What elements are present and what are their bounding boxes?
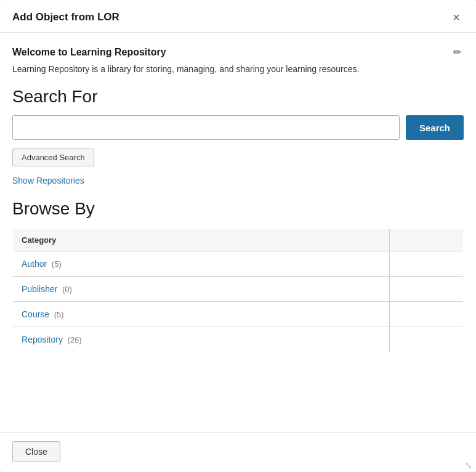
welcome-description: Learning Repository is a library for sto… (12, 63, 464, 76)
welcome-section: Welcome to Learning Repository ✏ (12, 45, 464, 59)
table-row: Publisher (0) (13, 277, 464, 302)
edit-icon-button[interactable]: ✏ (451, 45, 464, 59)
close-x-button[interactable]: × (449, 10, 464, 25)
browse-table: Category Author (5)Publisher (0)Course (… (12, 229, 464, 352)
browse-category-link[interactable]: Repository (22, 335, 63, 344)
browse-category-count: (5) (49, 259, 62, 269)
search-button[interactable]: Search (406, 115, 464, 140)
browse-empty-cell (390, 327, 464, 352)
browse-by-title: Browse By (12, 199, 464, 219)
pencil-icon: ✏ (453, 47, 461, 57)
table-row: Repository (26) (13, 327, 464, 352)
browse-category-cell: Author (5) (13, 251, 390, 277)
table-row: Author (5) (13, 251, 464, 277)
browse-category-count: (5) (52, 310, 64, 319)
browse-category-link[interactable]: Course (22, 309, 49, 319)
browse-category-link[interactable]: Author (22, 259, 47, 269)
modal-title: Add Object from LOR (12, 11, 119, 23)
browse-empty-cell (390, 277, 464, 302)
welcome-title-text: Welcome to Learning Repository (12, 47, 166, 58)
category-column-header: Category (13, 229, 390, 251)
modal-dialog: Add Object from LOR × Welcome to Learnin… (0, 0, 476, 472)
modal-body: Welcome to Learning Repository ✏ Learnin… (0, 33, 476, 432)
browse-empty-cell (390, 302, 464, 327)
browse-empty-cell (390, 251, 464, 277)
browse-category-count: (0) (60, 285, 72, 294)
search-row: Search (12, 115, 464, 140)
resize-handle-icon: ⤡ (465, 461, 472, 470)
modal-footer: Close ⤡ (0, 432, 476, 472)
browse-category-cell: Repository (26) (13, 327, 390, 352)
close-button[interactable]: Close (12, 441, 60, 462)
modal-overlay: Add Object from LOR × Welcome to Learnin… (0, 0, 476, 472)
browse-category-count: (26) (65, 335, 82, 344)
empty-column-header (390, 229, 464, 251)
advanced-search-button[interactable]: Advanced Search (12, 149, 94, 166)
search-for-title: Search For (12, 87, 464, 107)
browse-category-link[interactable]: Publisher (22, 284, 57, 294)
modal-header: Add Object from LOR × (0, 0, 476, 33)
browse-category-cell: Course (5) (13, 302, 390, 327)
browse-category-cell: Publisher (0) (13, 277, 390, 302)
show-repositories-link[interactable]: Show Repositories (12, 176, 84, 185)
table-row: Course (5) (13, 302, 464, 327)
search-input[interactable] (12, 115, 400, 140)
table-header-row: Category (13, 229, 464, 251)
